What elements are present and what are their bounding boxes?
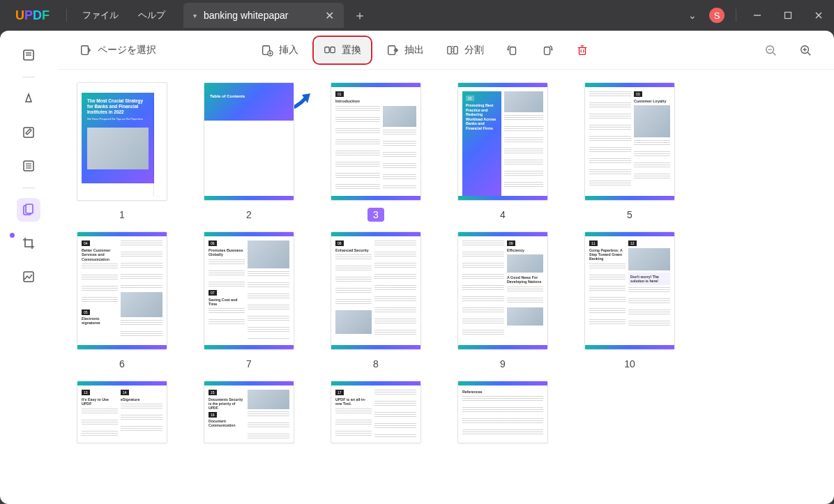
svg-line-38 [773,52,776,55]
zoom-out-icon [764,44,777,56]
page-thumbnail[interactable]: References [457,381,548,443]
rotate-right-button[interactable] [533,38,562,62]
extract-label: 抽出 [404,44,424,56]
zoom-in-icon [799,44,812,56]
tab-menu-icon[interactable]: ▾ [193,12,197,20]
window-close-button[interactable] [803,0,834,31]
extract-icon [386,44,399,56]
menu-file[interactable]: ファイル [73,9,128,22]
document-tab[interactable]: ▾ banking whitepapar ✕ [183,3,344,28]
svg-rect-27 [510,47,515,54]
svg-rect-14 [26,204,33,213]
svg-rect-8 [24,128,33,137]
rotate-right-icon [541,44,554,56]
select-pages-label: ページを選択 [98,44,156,56]
delete-button[interactable] [568,38,597,62]
reader-tool-icon[interactable] [17,43,40,67]
svg-marker-28 [507,49,510,51]
svg-rect-29 [545,47,550,54]
trash-icon [576,44,589,56]
page-thumbnail[interactable]: 11 Going Paperless: A Step Toward Green … [584,231,675,350]
titlebar: UPDF ファイル ヘルプ ▾ banking whitepapar ✕ ＋ ⌄… [0,0,834,31]
insert-icon [261,44,273,56]
rotate-left-button[interactable] [498,38,527,62]
zoom-out-button[interactable] [756,38,785,62]
page-thumbnail[interactable]: 06 Promotes Business Globally 07 Saving … [204,231,294,350]
page-number: 6 [114,357,130,371]
organize-pages-tool-icon[interactable] [17,198,40,222]
page-thumbnail[interactable]: The Most Crucial Strategy for Banks and … [77,82,167,201]
extract-button[interactable]: 抽出 [378,38,432,62]
page-thumbnail[interactable]: 15 Documents Security is the priority of… [204,381,294,443]
page-number: 9 [494,357,511,371]
svg-rect-15 [24,272,33,282]
page-thumbnail[interactable]: Table of Contents [204,82,294,201]
app-logo: UPDF [0,8,61,23]
split-icon [446,44,459,56]
page-number: 5 [621,208,638,222]
svg-marker-30 [551,49,554,51]
replace-label: 置換 [342,44,361,56]
page-number: 1 [114,208,130,222]
page-grid: The Most Crucial Strategy for Banks and … [57,70,834,504]
watermark-tool-icon[interactable] [17,265,40,289]
page-thumbnail[interactable]: 09 Efficiency A Good News For Developing… [457,231,548,350]
svg-rect-24 [448,46,451,54]
page-thumbnail[interactable]: 01 Introduction [331,82,421,201]
page-toolbar: ページを選択 挿入 置換 抽出 [57,31,834,70]
split-button[interactable]: 分割 [438,38,492,62]
comment-tool-icon[interactable] [17,87,40,111]
page-number: 4 [494,208,511,222]
menu-help[interactable]: ヘルプ [128,9,175,22]
insert-label: 挿入 [279,44,298,56]
page-number: 2 [241,208,257,222]
window-maximize-button[interactable] [773,0,803,31]
zoom-in-button[interactable] [791,38,820,62]
select-icon [79,44,92,56]
tab-title: banking whitepapar [204,10,325,21]
new-tab-button[interactable]: ＋ [344,7,376,24]
svg-rect-25 [454,46,457,54]
svg-rect-21 [325,47,329,52]
page-thumbnail[interactable]: 08 Enhanced Security [331,231,421,350]
svg-marker-7 [26,94,31,102]
page-number: 3 [367,208,384,222]
page-number: 10 [619,357,641,371]
replace-highlight: 置換 [312,36,372,65]
svg-rect-16 [82,45,89,54]
select-pages-button[interactable]: ページを選択 [71,38,165,62]
insert-button[interactable]: 挿入 [252,38,307,62]
divider [736,9,736,22]
replace-button[interactable]: 置換 [315,38,370,62]
page-thumbnail[interactable]: 04 Better Customer Services and Communic… [77,231,167,350]
split-label: 分割 [464,44,484,56]
svg-rect-1 [785,13,791,19]
tabs-dropdown-icon[interactable]: ⌄ [681,10,704,21]
crop-tool-icon[interactable] [17,231,40,255]
svg-line-42 [808,52,811,55]
edit-tool-icon[interactable] [17,121,40,144]
tab-close-icon[interactable]: ✕ [325,9,334,22]
page-thumbnail[interactable]: 03 Customer Loyalty [584,82,675,201]
page-number: 8 [367,357,384,371]
page-thumbnail[interactable]: 17 UPDF is an all-in-one Tool. [331,381,421,443]
ocr-tool-icon[interactable] [17,154,40,178]
window-minimize-button[interactable] [742,0,773,31]
svg-rect-31 [579,47,586,54]
divider [66,9,67,22]
left-sidebar [0,31,57,504]
rotate-left-icon [506,44,519,56]
svg-rect-22 [331,47,335,52]
active-indicator-icon [10,233,15,238]
page-thumbnail[interactable]: 02 Promoting Best Practice and Reducing … [457,82,548,201]
user-avatar[interactable]: S [709,8,725,23]
page-number: 7 [241,357,257,371]
replace-icon [324,44,336,56]
page-thumbnail[interactable]: 13 It's Easy to Use UPDF 14 eSignature [77,381,167,443]
